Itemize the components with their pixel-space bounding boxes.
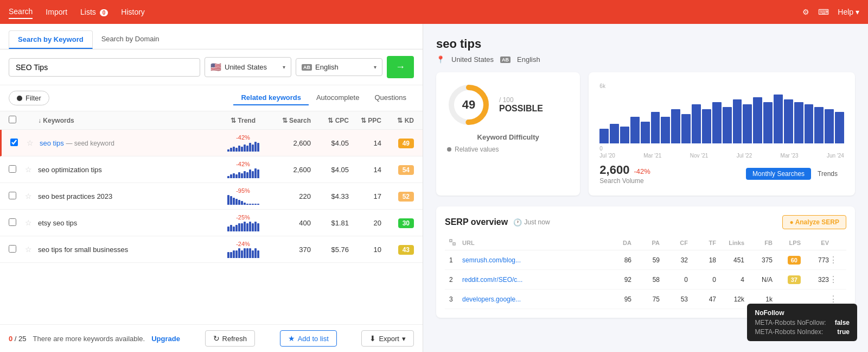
search-input[interactable]	[9, 58, 200, 77]
chevron-down-icon: ▾	[283, 64, 285, 70]
mini-bar	[241, 201, 243, 205]
mini-bar	[233, 198, 235, 205]
export-button[interactable]: ⬇ Export ▾	[361, 330, 414, 347]
keyword-text: seo optimization tips	[38, 166, 102, 174]
ppc-value: 10	[349, 246, 381, 254]
nav-lists[interactable]: Lists 0	[80, 5, 108, 18]
table-row[interactable]: ☆ seo optimization tips -42% 2,600 $4.05…	[0, 156, 423, 183]
tab-monthly-searches[interactable]: Monthly Searches	[746, 168, 811, 180]
mini-bar	[244, 144, 246, 152]
relative-values[interactable]: Relative values	[447, 146, 569, 153]
nav-search[interactable]: Search	[9, 5, 33, 19]
svg-rect-2	[450, 240, 452, 242]
chart-bar	[641, 122, 650, 144]
upgrade-link[interactable]: Upgrade	[151, 335, 180, 343]
svg-rect-3	[453, 243, 455, 245]
star-icon[interactable]: ☆	[25, 165, 32, 174]
search-volume: 400	[267, 219, 311, 227]
table-row[interactable]: ☆ etsy seo tips -25% 400 $1.81 20 30	[0, 210, 423, 236]
table-row[interactable]: ☆ seo tips for small businesses -24% 370…	[0, 236, 423, 263]
col-kd-header[interactable]: ⇅ KD	[381, 117, 414, 124]
more-options-icon[interactable]: ⋮	[829, 275, 838, 284]
go-button[interactable]: →	[387, 56, 414, 78]
mini-bar	[254, 222, 257, 231]
tab-search-by-keyword[interactable]: Search by Keyword	[9, 30, 93, 49]
tab-autocomplete[interactable]: Autocomplete	[309, 91, 367, 105]
col-cpc-header[interactable]: ⇅ CPC	[311, 117, 349, 124]
col-keywords-header[interactable]: ↓ Keywords	[38, 117, 219, 124]
serp-links: 4	[716, 276, 744, 284]
ppc-value: 20	[349, 219, 381, 227]
mini-bar	[230, 252, 232, 258]
star-icon[interactable]: ☆	[25, 218, 32, 227]
mini-bar	[246, 223, 248, 231]
row-checkbox[interactable]	[9, 192, 16, 199]
add-to-list-button[interactable]: ★ Add to list	[280, 330, 337, 347]
trend-pct: -95%	[236, 187, 250, 194]
ppc-value: 14	[349, 139, 381, 147]
col-search-header[interactable]: ⇅ Search	[267, 117, 311, 124]
row-checkbox[interactable]	[10, 139, 18, 146]
chart-bar	[753, 97, 762, 144]
ab-icon: AB	[302, 64, 312, 71]
country-select[interactable]: 🇺🇸 United States ▾	[205, 57, 291, 77]
cpc-value: $1.81	[311, 219, 349, 227]
mini-bar	[249, 143, 251, 152]
right-language: English	[517, 55, 540, 64]
more-options-icon[interactable]: ⋮	[829, 255, 838, 265]
chart-label: Jul '20	[599, 153, 615, 159]
left-panel: Search by Keyword Search by Domain 🇺🇸 Un…	[0, 24, 423, 352]
col-ppc-header[interactable]: ⇅ PPC	[349, 117, 381, 124]
more-options-icon[interactable]: ⋮	[829, 294, 838, 304]
trend-cell: -42%	[219, 161, 267, 178]
serp-url[interactable]: reddit.com/r/SEO/c...	[462, 276, 522, 284]
filter-button[interactable]: Filter	[9, 91, 49, 105]
star-icon[interactable]: ☆	[27, 139, 34, 147]
current-count: 0	[9, 335, 12, 343]
tab-related-keywords[interactable]: Related keywords	[233, 91, 309, 105]
table-row[interactable]: ☆ seo tips — seed keyword -42% 2,600 $4.…	[0, 130, 423, 156]
serp-col-tf: TF	[688, 240, 716, 246]
nav-history[interactable]: History	[121, 5, 145, 18]
col-trend-header[interactable]: ⇅ Trend	[219, 117, 267, 124]
star-icon[interactable]: ☆	[25, 192, 32, 200]
help-menu[interactable]: Help ▾	[838, 8, 859, 16]
right-country: United States	[451, 55, 494, 64]
nav-import[interactable]: Import	[46, 5, 67, 18]
tab-questions[interactable]: Questions	[367, 91, 414, 105]
mini-bar	[252, 250, 254, 258]
keyboard-icon[interactable]: ⌨	[818, 8, 829, 16]
mini-bar	[254, 248, 257, 258]
refresh-label: Refresh	[222, 335, 247, 343]
tab-search-by-domain[interactable]: Search by Domain	[93, 30, 168, 49]
mini-bar	[244, 203, 246, 205]
tab-trends[interactable]: Trends	[811, 168, 844, 180]
ab-icon-right: AB	[500, 56, 510, 63]
table-row[interactable]: ☆ seo best practices 2023 -95% 220 $4.33…	[0, 183, 423, 210]
mini-bar	[227, 252, 229, 258]
mini-bar	[252, 204, 254, 205]
mini-bar	[246, 204, 248, 205]
serp-url[interactable]: developers.google...	[462, 296, 521, 303]
mini-bar	[227, 149, 229, 152]
kd-badge: 30	[398, 218, 414, 228]
language-select[interactable]: AB English ▾	[296, 58, 382, 76]
row-checkbox[interactable]	[9, 218, 16, 226]
row-checkbox[interactable]	[9, 165, 16, 173]
chart-bar	[651, 112, 660, 144]
star-icon[interactable]: ☆	[25, 245, 32, 254]
kd-badge: 54	[398, 165, 414, 175]
mini-bar	[244, 171, 246, 179]
chart-bar	[712, 102, 722, 144]
chart-bar	[671, 109, 680, 143]
serp-url[interactable]: semrush.com/blog...	[462, 256, 521, 264]
chart-area: 6k 0	[599, 83, 844, 148]
select-all-checkbox[interactable]	[9, 116, 16, 123]
kd-badge: 52	[398, 192, 414, 202]
analyze-serp-button[interactable]: ● Analyze SERP	[782, 215, 846, 229]
chart-label: Jun '24	[827, 153, 844, 159]
filter-row: Filter Related keywords Autocomplete Que…	[0, 85, 423, 111]
refresh-button[interactable]: ↻ Refresh	[205, 330, 256, 347]
row-checkbox[interactable]	[9, 245, 16, 253]
gear-icon[interactable]: ⚙	[802, 8, 809, 16]
